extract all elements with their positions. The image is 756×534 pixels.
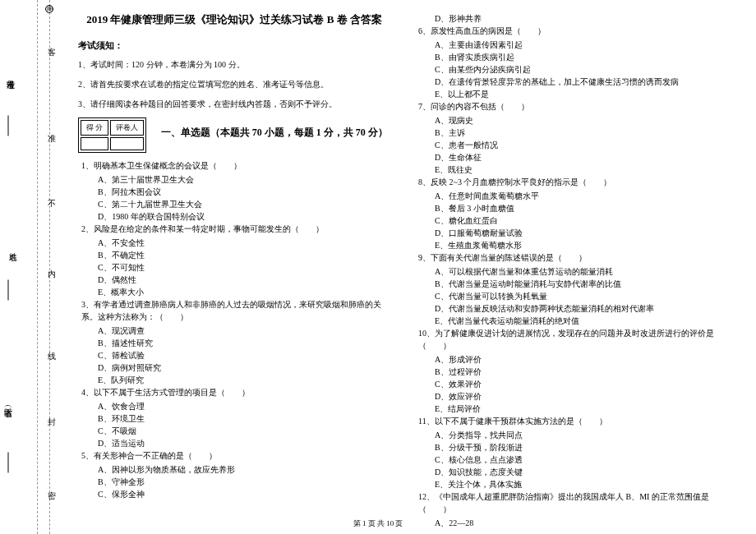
q11-opt-a: A、分类指导，找共同点	[415, 429, 727, 441]
question-2: 2、风险是在给定的条件和某一特定时期，事物可能发生的（ ） A、不安全性 B、不…	[78, 223, 390, 298]
q7-opt-a: A、现病史	[415, 114, 727, 127]
q2-opt-c: C、不可知性	[78, 261, 390, 274]
q1-opt-d: D、1980 年的联合国特别会议	[78, 210, 390, 223]
q10-stem: 10、为了解健康促进计划的进展情况，发现存在的问题并及时改进所进行的评价是（ ）	[415, 327, 727, 352]
q2-opt-b: B、不确定性	[78, 249, 390, 261]
q11-opt-b: B、分级干预，阶段渐进	[415, 441, 727, 453]
binding-margin: 圈 客 准考证号 准 不 姓名 内 线 省（市区） 封 密	[0, 0, 58, 534]
q6-stem: 6、原发性高血压的病因是（ ）	[415, 25, 727, 37]
score-blank-1	[81, 137, 108, 150]
fold-line-1	[37, 0, 38, 534]
q7-opt-c: C、患者一般情况	[415, 139, 727, 151]
fill-line-2	[8, 280, 9, 301]
question-7: 7、问诊的内容不包括（ ） A、现病史 B、主诉 C、患者一般情况 D、生命体征…	[415, 100, 727, 176]
part1-title: 一、单选题（本题共 70 小题，每题 1 分，共 70 分）	[161, 126, 388, 140]
exam-title: 2019 年健康管理师三级《理论知识》过关练习试卷 B 卷 含答案	[78, 12, 390, 27]
q4-opt-d: D、适当运动	[78, 437, 390, 449]
question-9: 9、下面有关代谢当量的陈述错误的是（ ） A、可以根据代谢当量和体重估算运动的能…	[415, 251, 727, 327]
left-column: 2019 年健康管理师三级《理论知识》过关练习试卷 B 卷 含答案 考试须知： …	[66, 12, 403, 534]
score-blank-2	[110, 137, 144, 150]
q10-opt-e: E、结局评价	[415, 403, 727, 415]
q6-opt-b: B、由肾实质疾病引起	[415, 51, 727, 63]
q10-opt-c: C、效果评价	[415, 378, 727, 390]
q11-opt-d: D、知识技能，态度关键	[415, 466, 727, 478]
q5-opt-b: B、守神全形	[78, 476, 390, 488]
q12-stem: 12、《中国成年人超重肥胖防治指南》提出的我国成年人 B、MI 的正常范围值是（…	[415, 490, 727, 515]
instruction-3: 3、请仔细阅读各种题目的回答要求，在密封线内答题，否则不予评分。	[78, 98, 390, 111]
q8-opt-b: B、餐后 3 小时血糖值	[415, 202, 727, 214]
fold-line-2	[49, 0, 50, 534]
q4-stem: 4、以下不属于生活方式管理的项目是（ ）	[78, 386, 390, 398]
q4-opt-c: C、不吸烟	[78, 425, 390, 437]
q2-opt-e: E、概率大小	[78, 286, 390, 298]
q11-opt-e: E、关注个体，具体实施	[415, 478, 727, 490]
q8-opt-c: C、糖化血红蛋白	[415, 214, 727, 227]
q1-opt-a: A、第三十届世界卫生大会	[78, 173, 390, 186]
q2-opt-a: A、不安全性	[78, 237, 390, 249]
q8-stem: 8、反映 2~3 个月血糖控制水平良好的指示是（ ）	[415, 176, 727, 188]
q8-opt-d: D、口服葡萄糖耐量试验	[415, 227, 727, 239]
q1-stem: 1、明确基本卫生保健概念的会议是（ ）	[78, 159, 390, 172]
q11-opt-c: C、核心信息，点点渗透	[415, 453, 727, 466]
q4-opt-a: A、饮食合理	[78, 400, 390, 412]
q3-opt-e: E、队列研究	[78, 374, 390, 386]
question-4: 4、以下不属于生活方式管理的项目是（ ） A、饮食合理 B、环境卫生 C、不吸烟…	[78, 386, 390, 449]
q9-opt-b: B、代谢当量是运动时能量消耗与安静代谢率的比值	[415, 278, 727, 290]
q4-opt-b: B、环境卫生	[78, 412, 390, 425]
q9-opt-e: E、代谢当量代表运动能量消耗的绝对值	[415, 315, 727, 327]
question-1: 1、明确基本卫生保健概念的会议是（ ） A、第三十届世界卫生大会 B、阿拉木图会…	[78, 159, 390, 223]
q6-opt-e: E、以上都不是	[415, 88, 727, 100]
instruction-1: 1、考试时间：120 分钟，本卷满分为 100 分。	[78, 58, 390, 71]
question-11: 11、以下不属于健康干预群体实施方法的是（ ） A、分类指导，找共同点 B、分级…	[415, 415, 727, 490]
fill-line-1	[8, 116, 9, 136]
q11-stem: 11、以下不属于健康干预群体实施方法的是（ ）	[415, 415, 727, 427]
q9-opt-a: A、可以根据代谢当量和体重估算运动的能量消耗	[415, 265, 727, 278]
q6-opt-a: A、主要由遗传因素引起	[415, 39, 727, 51]
q5-opt-c: C、保形全神	[78, 488, 390, 500]
q8-opt-e: E、生殖血浆葡萄糖水形	[415, 239, 727, 251]
q5-opt-d: D、形神共养	[415, 12, 727, 25]
instruction-2: 2、请首先按要求在试卷的指定位置填写您的姓名、准考证号等信息。	[78, 78, 390, 91]
q7-opt-e: E、既往史	[415, 163, 727, 176]
q3-opt-b: B、描述性研究	[78, 337, 390, 349]
q10-opt-d: D、效应评价	[415, 390, 727, 403]
q3-stem: 3、有学者通过调查肺癌病人和非肺癌的人过去的吸烟情况，来研究吸烟和肺癌的关系。这…	[78, 298, 390, 323]
right-column: D、形神共养 6、原发性高血压的病因是（ ） A、主要由遗传因素引起 B、由肾实…	[403, 12, 740, 534]
question-10: 10、为了解健康促进计划的进展情况，发现存在的问题并及时改进所进行的评价是（ ）…	[415, 327, 727, 415]
score-cell-left: 得 分	[81, 120, 108, 136]
q1-opt-c: C、第二十九届世界卫生大会	[78, 198, 390, 210]
q8-opt-a: A、任意时间血浆葡萄糖水平	[415, 190, 727, 202]
q7-opt-b: B、主诉	[415, 127, 727, 139]
q5-opt-a: A、因神以形为物质基础，故应先养形	[78, 463, 390, 476]
page-footer: 第 1 页 共 10 页	[0, 518, 756, 529]
q9-opt-d: D、代谢当量反映活动和安静两种状态能量消耗的相对代谢率	[415, 302, 727, 315]
q6-opt-d: D、在遗传背景轻度异常的基础上，加上不健康生活习惯的诱而发病	[415, 76, 727, 88]
question-3: 3、有学者通过调查肺癌病人和非肺癌的人过去的吸烟情况，来研究吸烟和肺癌的关系。这…	[78, 298, 390, 386]
content-area: 2019 年健康管理师三级《理论知识》过关练习试卷 B 卷 含答案 考试须知： …	[58, 0, 756, 534]
q2-opt-d: D、偶然性	[78, 274, 390, 286]
circle-marker: 圈	[45, 5, 53, 13]
exam-page: 圈 客 准考证号 准 不 姓名 内 线 省（市区） 封 密 2019 年健康管理…	[0, 0, 756, 534]
q9-opt-c: C、代谢当量可以转换为耗氧量	[415, 290, 727, 302]
fill-line-3	[8, 453, 9, 473]
instructions-heading: 考试须知：	[78, 39, 390, 52]
question-5: 5、有关形神合一不正确的是（ ） A、因神以形为物质基础，故应先养形 B、守神全…	[78, 449, 390, 500]
q6-opt-c: C、由某些内分泌疾病引起	[415, 63, 727, 76]
score-table: 得 分 评卷人	[78, 117, 146, 153]
score-cell-right: 评卷人	[110, 120, 144, 136]
q10-opt-a: A、形成评价	[415, 353, 727, 366]
q7-opt-d: D、生命体征	[415, 151, 727, 163]
q7-stem: 7、问诊的内容不包括（ ）	[415, 100, 727, 113]
question-8: 8、反映 2~3 个月血糖控制水平良好的指示是（ ） A、任意时间血浆葡萄糖水平…	[415, 176, 727, 251]
q3-opt-a: A、现况调查	[78, 325, 390, 337]
q5-stem: 5、有关形神合一不正确的是（ ）	[78, 449, 390, 462]
question-6: 6、原发性高血压的病因是（ ） A、主要由遗传因素引起 B、由肾实质疾病引起 C…	[415, 25, 727, 100]
q1-opt-b: B、阿拉木图会议	[78, 186, 390, 198]
q2-stem: 2、风险是在给定的条件和某一特定时期，事物可能发生的（ ）	[78, 223, 390, 235]
q3-opt-d: D、病例对照研究	[78, 361, 390, 374]
q9-stem: 9、下面有关代谢当量的陈述错误的是（ ）	[415, 251, 727, 264]
q3-opt-c: C、筛检试验	[78, 349, 390, 361]
q10-opt-b: B、过程评价	[415, 366, 727, 378]
